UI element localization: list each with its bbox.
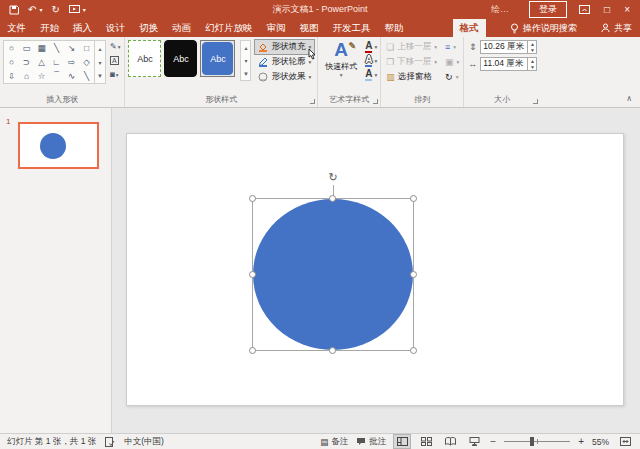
resize-handle-sw[interactable]: [249, 347, 256, 354]
notes-button[interactable]: ▤备注: [320, 436, 348, 448]
edit-shape-button[interactable]: ✎▾: [109, 40, 121, 53]
shape-square-icon[interactable]: □: [79, 41, 94, 55]
tab-view[interactable]: 视图: [293, 19, 326, 37]
tab-review[interactable]: 审阅: [260, 19, 293, 37]
tab-help[interactable]: 帮助: [378, 19, 411, 37]
language-status[interactable]: 中文(中国): [124, 436, 164, 448]
shape-selection-box[interactable]: ↻: [252, 198, 414, 351]
undo-dropdown-icon[interactable]: ▾: [39, 7, 42, 13]
shape-arc-icon[interactable]: ⌒: [49, 69, 64, 83]
maximize-icon[interactable]: □: [604, 4, 610, 15]
shape-style-thumb-1[interactable]: Abc: [128, 40, 161, 77]
tab-slideshow[interactable]: 幻灯片放映: [198, 19, 260, 37]
shape-home-icon[interactable]: ⌂: [19, 69, 34, 83]
tab-file[interactable]: 文件: [0, 19, 33, 37]
tab-home[interactable]: 开始: [33, 19, 66, 37]
spell-check-icon[interactable]: [105, 437, 115, 447]
height-spin-down[interactable]: ▼: [528, 47, 536, 53]
tab-animations[interactable]: 动画: [165, 19, 198, 37]
shape-triangle-icon[interactable]: △: [34, 55, 49, 69]
shape-arrow-icon[interactable]: ↘: [64, 41, 79, 55]
resize-handle-w[interactable]: [249, 271, 256, 278]
redo-icon[interactable]: ↻: [51, 5, 59, 15]
shape-styles-scroll[interactable]: ▴ ▾ ▼: [240, 40, 251, 81]
slide-sorter-view-button[interactable]: [418, 435, 434, 448]
tab-format-active[interactable]: 格式: [453, 19, 486, 37]
scroll-down-icon[interactable]: ▾: [241, 54, 250, 67]
resize-handle-e[interactable]: [410, 271, 417, 278]
shape-line2-icon[interactable]: ╲: [79, 69, 94, 83]
shape-oval-icon[interactable]: ○: [4, 41, 19, 55]
shape-diamond-icon[interactable]: ◇: [79, 55, 94, 69]
comments-button[interactable]: 批注: [356, 436, 386, 448]
shape-rect-icon[interactable]: ▭: [19, 41, 34, 55]
tell-me-search[interactable]: 操作说明搜索: [523, 22, 577, 35]
resize-handle-nw[interactable]: [249, 195, 256, 202]
undo-icon[interactable]: ↶: [28, 5, 36, 15]
shape-circle-icon[interactable]: ○: [4, 55, 19, 69]
width-spin-down[interactable]: ▼: [528, 64, 536, 70]
shape-grid-icon[interactable]: ▦: [34, 41, 49, 55]
text-effects-button[interactable]: A▾: [365, 68, 377, 81]
zoom-percentage[interactable]: 55%: [592, 437, 609, 447]
shape-style-thumb-2[interactable]: Abc: [164, 40, 197, 77]
zoom-slider-thumb[interactable]: [530, 437, 534, 446]
gallery-more-icon[interactable]: ▼: [241, 67, 250, 80]
shape-line-icon[interactable]: ╲: [49, 41, 64, 55]
rotate-button[interactable]: ↻▾: [444, 70, 460, 84]
slide-thumbnail-1[interactable]: [18, 122, 99, 169]
share-button[interactable]: 共享: [614, 22, 632, 35]
align-button[interactable]: ≡▾: [444, 40, 460, 54]
shape-style-thumb-3-selected[interactable]: Abc: [200, 40, 235, 77]
size-dialog-launcher[interactable]: [533, 99, 538, 104]
shape-height-field[interactable]: 10.26 厘米 ▲▼: [480, 40, 537, 54]
collapse-ribbon-icon[interactable]: ∧: [626, 94, 632, 103]
shape-down-arrow-icon[interactable]: ⇩: [4, 69, 19, 83]
zoom-out-button[interactable]: −: [490, 436, 496, 447]
tab-design[interactable]: 设计: [99, 19, 132, 37]
shape-outline-button[interactable]: 形状轮廓▾: [255, 55, 314, 69]
scroll-up-icon[interactable]: ▴: [95, 41, 105, 55]
scroll-down-icon[interactable]: ▾: [95, 55, 105, 69]
qat-customize-icon[interactable]: ▾: [83, 7, 86, 13]
tab-insert[interactable]: 插入: [66, 19, 99, 37]
zoom-in-button[interactable]: +: [578, 436, 584, 447]
wordart-dialog-launcher[interactable]: [373, 99, 378, 104]
resize-handle-ne[interactable]: [410, 195, 417, 202]
shapes-gallery-scroll[interactable]: ▴ ▾ ▼: [94, 41, 105, 83]
shape-fill-button[interactable]: 形状填充▾: [255, 40, 314, 54]
text-outline-button[interactable]: A▾: [365, 54, 377, 67]
tab-developer[interactable]: 开发工具: [326, 19, 378, 37]
scroll-up-icon[interactable]: ▴: [241, 41, 250, 54]
zoom-slider[interactable]: [504, 441, 570, 442]
shape-styles-dialog-launcher[interactable]: [310, 99, 315, 104]
shape-curve-icon[interactable]: ∿: [64, 69, 79, 83]
resize-handle-n[interactable]: [329, 195, 336, 202]
shape-star-icon[interactable]: ☆: [34, 69, 49, 83]
resize-handle-s[interactable]: [329, 347, 336, 354]
resize-handle-se[interactable]: [410, 347, 417, 354]
merge-shapes-button[interactable]: ◙▾: [109, 68, 121, 81]
slideshow-view-button[interactable]: [466, 435, 482, 448]
save-icon[interactable]: [9, 5, 19, 15]
selected-circle-shape[interactable]: [253, 199, 413, 350]
fit-slide-to-window-button[interactable]: [617, 435, 633, 448]
text-fill-button[interactable]: A▾: [365, 40, 377, 53]
selection-pane-button[interactable]: ▥选择窗格: [384, 70, 439, 84]
shape-effects-button[interactable]: 形状效果▾: [255, 70, 314, 84]
gallery-more-icon[interactable]: ▼: [95, 69, 105, 83]
close-icon[interactable]: ×: [624, 4, 630, 15]
shape-width-field[interactable]: 11.04 厘米 ▲▼: [480, 57, 537, 71]
shape-partial-icon[interactable]: ⊃: [19, 55, 34, 69]
wordart-quick-styles-button[interactable]: A✎ 快速样式 ▾: [321, 40, 361, 78]
start-slideshow-icon[interactable]: [69, 5, 80, 14]
sign-in-button[interactable]: 登录: [529, 1, 567, 18]
shape-elbow-icon[interactable]: ∟: [49, 55, 64, 69]
slide-editing-area[interactable]: ↻: [126, 133, 624, 406]
shape-block-arrow-icon[interactable]: ⇨: [64, 55, 79, 69]
tab-transitions[interactable]: 切换: [132, 19, 165, 37]
rotate-handle-icon[interactable]: ↻: [328, 172, 337, 183]
normal-view-button[interactable]: [394, 435, 410, 448]
ribbon-display-options-icon[interactable]: [579, 5, 590, 14]
reading-view-button[interactable]: [442, 435, 458, 448]
